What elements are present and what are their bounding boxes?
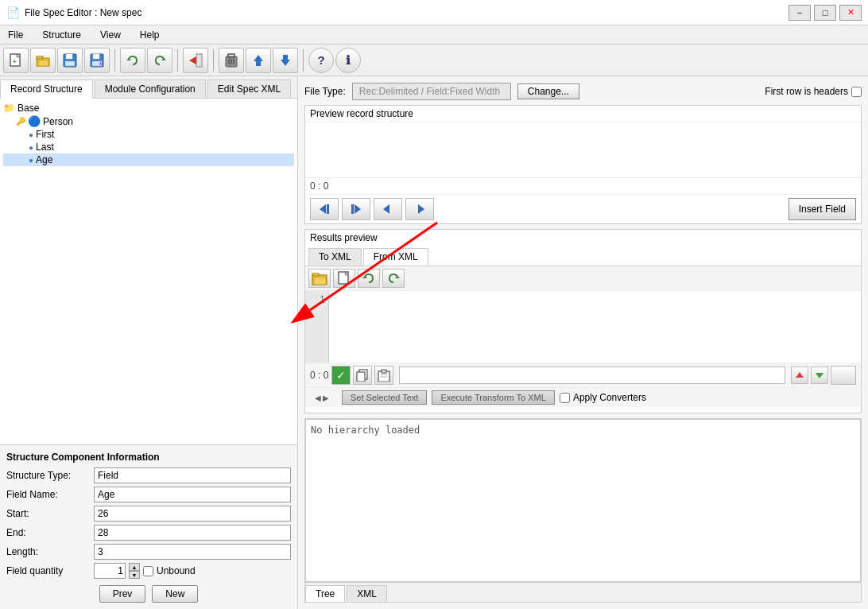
bottom-tab-tree[interactable]: Tree [305, 585, 345, 602]
tab-module-config[interactable]: Module Configuration [95, 80, 206, 98]
execute-transform-button[interactable]: Execute Transform To XML [432, 390, 554, 405]
redo-button[interactable] [147, 48, 172, 73]
results-tab-from-xml[interactable]: From XML [363, 248, 428, 266]
tab-record-structure[interactable]: Record Structure [0, 80, 93, 99]
import-button[interactable] [183, 48, 208, 73]
results-open-button[interactable] [308, 269, 331, 288]
tree-item-last[interactable]: ● Last [3, 141, 294, 153]
svg-rect-18 [228, 54, 234, 57]
nav-prev-button[interactable] [374, 198, 402, 220]
field-qty-controls: ▲ ▼ Unbound [94, 563, 196, 579]
qty-down-button[interactable]: ▼ [129, 571, 140, 579]
status-up-button[interactable] [791, 367, 808, 384]
status-paste-button[interactable] [374, 366, 393, 385]
field-name-row: Field Name: Age [6, 487, 291, 502]
svg-rect-4 [37, 56, 43, 59]
menu-file[interactable]: File [3, 28, 28, 42]
menu-structure[interactable]: Structure [37, 28, 86, 42]
field-name-label: Field Name: [6, 489, 94, 500]
results-label: Results preview [305, 230, 861, 246]
unbound-checkbox[interactable] [143, 566, 153, 576]
first-row-checkbox[interactable] [851, 87, 862, 97]
svg-marker-26 [320, 204, 326, 214]
svg-marker-30 [383, 204, 389, 214]
results-tab-to-xml[interactable]: To XML [308, 248, 362, 266]
tree-item-first[interactable]: ● First [3, 128, 294, 141]
status-copy-button[interactable] [353, 366, 372, 385]
help-button[interactable]: ? [308, 48, 334, 73]
svg-marker-46 [816, 373, 823, 378]
hierarchy-panel: No hierarchy loaded Tree XML [304, 418, 862, 603]
tree-item-base[interactable]: 📁 Base [3, 102, 294, 114]
move-down-button[interactable] [273, 48, 298, 73]
undo-button[interactable] [120, 48, 145, 73]
status-text-box[interactable] [399, 367, 785, 384]
results-new-button[interactable] [333, 269, 355, 288]
qty-up-button[interactable]: ▲ [129, 563, 140, 571]
set-selected-text-button[interactable]: Set Selected Text [342, 390, 427, 405]
insert-field-button[interactable]: Insert Field [789, 198, 856, 220]
new-file-button[interactable]: + [3, 48, 29, 73]
title-bar-left: 📄 File Spec Editor : New spec [6, 6, 141, 19]
apply-converters-checkbox[interactable] [560, 393, 570, 403]
first-row-label: First row is headers [765, 86, 848, 97]
menu-view[interactable]: View [95, 28, 126, 42]
new-button[interactable]: New [152, 585, 198, 603]
svg-rect-42 [382, 370, 386, 373]
status-green-check-button[interactable]: ✓ [331, 366, 351, 385]
tree-label-base: Base [17, 103, 39, 114]
info-button[interactable]: ℹ [335, 48, 361, 73]
results-undo-button[interactable] [358, 269, 380, 288]
nav-next-next-button[interactable] [405, 198, 434, 220]
field-name-value: Age [94, 487, 291, 502]
menu-help[interactable]: Help [135, 28, 165, 42]
status-down-button[interactable] [811, 367, 828, 384]
svg-text:+: + [99, 60, 103, 68]
svg-marker-31 [418, 204, 424, 214]
tab-edit-spec-xml[interactable]: Edit Spec XML [207, 80, 291, 98]
file-type-value: Rec:Delimited / Field:Fixed Width [352, 83, 511, 100]
tree-item-person[interactable]: 🔑 🔵 Person [3, 114, 294, 128]
svg-marker-37 [362, 276, 367, 278]
first-row-headers-row: First row is headers [765, 86, 862, 97]
svg-rect-7 [66, 54, 72, 59]
close-button[interactable]: ✕ [839, 5, 862, 21]
field-icon-first: ● [29, 130, 33, 139]
editor-content[interactable] [329, 291, 861, 363]
move-up-button[interactable] [246, 48, 271, 73]
length-row: Length: 3 [6, 544, 291, 560]
minimize-button[interactable]: − [789, 5, 811, 21]
struct-info-panel: Structure Component Information Structur… [0, 444, 297, 609]
svg-rect-27 [327, 204, 329, 214]
tree-area: 📁 Base 🔑 🔵 Person ● First ● Last ● Age [0, 99, 297, 444]
scroll-right-icon[interactable]: ▶ [323, 394, 329, 402]
preview-section: Preview record structure 0 : 0 Insert Fi… [304, 105, 862, 224]
change-button[interactable]: Change... [517, 83, 579, 99]
apply-converters-row: Apply Converters [560, 392, 646, 403]
svg-rect-15 [196, 54, 202, 67]
maximize-button[interactable]: □ [814, 5, 836, 21]
struct-type-row: Structure Type: Field [6, 467, 291, 483]
status-extra-button[interactable] [831, 366, 856, 385]
save-button[interactable] [57, 48, 83, 73]
tree-label-first: First [36, 129, 54, 140]
transform-row: ◀ ▶ Set Selected Text Execute Transform … [305, 387, 861, 407]
bottom-tab-xml[interactable]: XML [347, 585, 387, 602]
tree-label-age: Age [36, 154, 52, 165]
field-qty-input[interactable] [94, 563, 126, 579]
results-redo-button[interactable] [382, 269, 405, 288]
nav-next-button[interactable] [342, 198, 370, 220]
prev-button[interactable]: Prev [99, 585, 146, 603]
svg-rect-40 [357, 372, 365, 382]
right-panel: File Type: Rec:Delimited / Field:Fixed W… [298, 76, 868, 609]
delete-button[interactable] [219, 48, 244, 73]
open-button[interactable] [30, 48, 56, 73]
app-icon: 📄 [6, 6, 20, 19]
svg-rect-25 [283, 55, 288, 60]
results-editor: 1 [305, 291, 861, 363]
scroll-left-icon[interactable]: ◀ [315, 394, 321, 402]
save-as-button[interactable]: + [84, 48, 110, 73]
tree-item-age[interactable]: ● Age [3, 153, 294, 166]
nav-prev-prev-button[interactable] [310, 198, 339, 220]
tab-bar: Record Structure Module Configuration Ed… [0, 76, 297, 99]
